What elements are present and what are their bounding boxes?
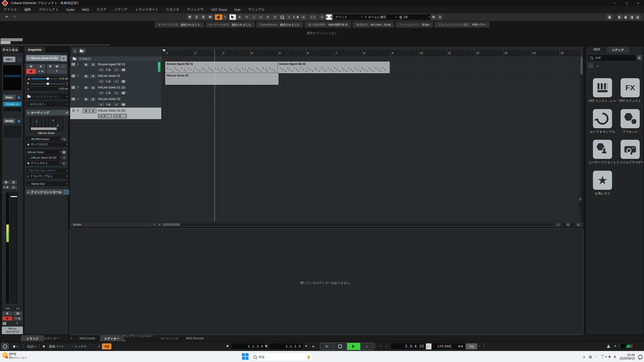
zoom-in-button[interactable]: + [576,223,580,226]
media-tile-keys[interactable] [593,78,612,97]
read-button[interactable]: R [47,64,54,69]
track-edit-button[interactable]: e [113,68,120,72]
pan-slider[interactable]: C [26,82,69,86]
quantize-panel-button[interactable]: e [437,14,443,20]
menu-item-VST Cloud[interactable]: VST Cloud [211,8,227,12]
menu-item-メディア[interactable]: メディア [114,7,128,12]
volume-icon[interactable] [608,355,610,358]
divider-dots[interactable] [375,344,376,348]
routing-section-header[interactable]: ▼ルーティング ⇄ [26,110,70,115]
track-row[interactable]: 5MSHALion Sonic 02 (D)●e [70,108,161,119]
instrument-thumbnail[interactable] [30,117,63,131]
vertical-zoom-thumb[interactable] [579,198,581,201]
menu-item-トランスポート[interactable]: トランスポート [135,7,158,12]
horizontal-scrollbar[interactable] [162,223,555,226]
monitor-icon[interactable] [36,69,46,74]
instrument-select[interactable]: HALion Sonic▼ [26,150,63,154]
midi-part[interactable]: Groove Agent SE 01 [165,62,278,73]
track-edit-button[interactable]: e [113,102,120,107]
media-tile-fx[interactable]: FX [621,78,640,97]
sends-area[interactable] [3,125,22,138]
insert-slot[interactable]: Envelop...er [3,102,21,106]
zoom-tool-icon[interactable] [279,14,285,20]
redo-icon[interactable]: ↷ [11,14,18,20]
mute-tool-icon[interactable]: × [272,14,278,20]
tap-tempo-button[interactable]: Tap [465,343,477,350]
tempo-spinner[interactable]: ▲▼ [449,343,452,349]
track-record-icon[interactable]: ● [98,68,105,72]
divider-dots[interactable] [423,344,424,348]
freeze-button[interactable]: * [47,69,67,74]
ime-indicator[interactable]: A [614,355,616,359]
output-bus-select[interactable]: → Stereo Out▼ [26,181,69,186]
media-list-view-icon[interactable]: ▤ [636,55,642,61]
track-height-preset[interactable]: Simple [73,223,81,226]
menu-item-編集[interactable]: 編集 [24,7,31,12]
range-tool-icon[interactable]: I▪ [236,14,243,20]
zone-tab-コードパッド[interactable]: コードパッド [158,335,181,341]
comp-tool-icon[interactable]: ↝ [300,14,306,20]
record-enable-icon[interactable] [26,69,36,74]
sends-edit-icon[interactable]: ▣ [16,118,21,123]
jog-icon[interactable]: ◔ [377,343,384,349]
track-monitor-icon[interactable] [105,102,112,107]
track-edit-button[interactable]: e [60,55,67,62]
start-button[interactable] [242,353,249,360]
tray-display-icon[interactable]: ▤ [589,355,592,359]
media-home-icon[interactable]: ⌂ [595,63,601,68]
channel-eq-display[interactable] [3,65,21,90]
menu-item-MIDI[interactable]: MIDI [82,8,89,12]
event-display[interactable]: Groove Agent SE 01Groove Agent SE 01HALi… [162,56,580,221]
notification-bell-icon[interactable] [638,355,642,359]
autoscroll-icon[interactable]: ◀▍ [215,14,222,20]
draw-tool-icon[interactable]: ✎ [244,14,250,20]
write-button[interactable]: W [53,64,61,69]
autoscroll-dropdown-icon[interactable]: ▼ [223,14,227,20]
track-solo-button[interactable]: S [90,97,96,102]
input-transformer-icon[interactable]: ⇆ [61,137,67,142]
channel-edit-icon[interactable]: e [61,155,67,160]
left-zone-toggle-icon[interactable]: ◧ [617,14,622,20]
record-mode-select[interactable]: ▼ [10,343,22,350]
play-tool-icon[interactable] [293,14,299,20]
menu-item-Audio[interactable]: Audio [66,8,74,12]
snap-toggle-icon[interactable] [326,14,332,20]
channel-options-icon[interactable]: ●. [61,161,67,166]
write-all-button[interactable]: W [207,14,213,20]
track-monitor-icon[interactable] [105,91,112,95]
media-search-input[interactable]: 検索 [588,55,639,61]
channel-output-icon[interactable]: → [16,57,22,62]
tab-vsti[interactable]: VSTi [589,48,604,51]
left-zone-handle-small[interactable] [1,41,11,44]
swing-icon[interactable]: % [431,14,436,20]
midi-part[interactable]: Groove Agent SE 01 [278,62,390,73]
track-edit-button[interactable]: e [113,79,120,83]
record-button[interactable]: ○ [360,343,374,350]
quick-controls-header[interactable]: ►クイックコントロール [26,189,70,195]
mute-all-button[interactable]: M [187,14,193,20]
menu-item-プロジェクト[interactable]: プロジェクト [38,7,59,12]
midi-mix-mode-select[interactable]: ミックス▼ [72,343,101,350]
track-solo-button[interactable]: S [90,109,96,113]
taskbar-clock[interactable]: 23:44 2025/08/15 [620,353,635,360]
minimize-button[interactable]: − [609,0,621,6]
volume-readout[interactable]: 0.00 [2,306,12,310]
midi-rec-mode-select[interactable]: 新規パート▼ [47,343,75,350]
track-instrument-icon[interactable] [120,102,127,107]
footer-gear-icon[interactable]: ✳ [158,223,161,226]
close-button[interactable]: × [632,0,644,6]
track-monitor-icon[interactable] [105,114,112,118]
right-locator-icon[interactable]: ◥ [263,343,268,349]
stop-button[interactable] [334,343,347,350]
channel-record-icon[interactable] [2,316,12,321]
insert-slot-empty[interactable] [3,107,21,111]
vertical-scrollbar[interactable] [580,56,583,221]
inserts-edit-icon[interactable]: ▣ [16,95,21,100]
tap-dropdown-icon[interactable]: ▼ [477,343,482,349]
media-tile-browser[interactable] [621,140,640,159]
track-monitor-icon[interactable] [105,79,112,83]
track-instrument-icon[interactable] [120,68,127,72]
midi-channel-select[interactable]: ◉ チャンネル 1▼ [26,161,63,165]
weather-widget[interactable]: 27°C 晴れのちくもり [2,352,27,359]
output-channel-select[interactable]: → HALion Sonic 02 (D)▼ [26,155,63,160]
